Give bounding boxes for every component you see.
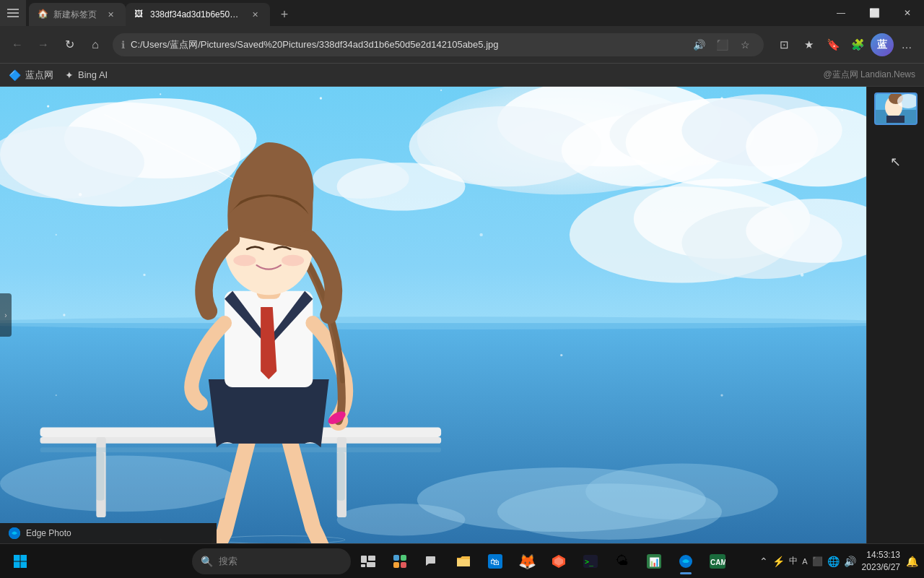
tab-new[interactable]: 🏠 新建标签页 ✕ [29, 3, 126, 26]
titlebar-left: 🏠 新建标签页 ✕ 🖼 338df34ad3d1b6e50d5e2d14210.… [0, 0, 824, 26]
svg-point-60 [63, 314, 65, 316]
taskbar-firefox[interactable]: 🦊 [513, 547, 541, 576]
search-text: 搜索 [219, 555, 237, 568]
immersive-reader-icon[interactable]: ⬛ [712, 35, 732, 55]
split-screen-icon[interactable]: ⊡ [772, 33, 796, 56]
fav-icon-bingai: ✦ [65, 69, 74, 81]
tray-lang-icon[interactable]: 中 [789, 555, 798, 567]
svg-text:>_: >_ [585, 558, 594, 566]
tabs-container: 🏠 新建标签页 ✕ 🖼 338df34ad3d1b6e50d5e2d14210.… [29, 0, 824, 26]
address-info-icon: ℹ [121, 39, 125, 51]
taskbar-terminal[interactable]: >_ [576, 547, 605, 576]
read-aloud-icon[interactable]: 🔊 [689, 35, 709, 55]
toolbar-icons: ⊡ ★ 🔖 🧩 蓝 … [772, 33, 918, 56]
tray-volume-icon[interactable]: 🔊 [844, 556, 856, 567]
tray-edge-icon[interactable]: ⚡ [772, 556, 785, 567]
taskbar-widgets[interactable] [385, 547, 414, 576]
search-icon: 🔍 [201, 556, 213, 567]
tray-arrow-icon[interactable]: ⌃ [759, 556, 768, 567]
tab-close-image[interactable]: ✕ [248, 8, 261, 21]
taskbar-center: 🔍 搜索 [192, 547, 732, 576]
image-viewer [0, 87, 866, 543]
address-bar: ← → ↻ ⌂ ℹ C:/Users/蓝点网/Pictures/Saved%20… [0, 26, 924, 64]
svg-point-62 [560, 354, 562, 356]
address-input-wrapper[interactable]: ℹ C:/Users/蓝点网/Pictures/Saved%20Pictures… [113, 33, 764, 56]
svg-point-38 [0, 455, 240, 512]
svg-point-33 [56, 394, 57, 396]
svg-rect-2 [7, 16, 19, 17]
taskbar: 🔍 搜索 [0, 543, 924, 578]
home-button[interactable]: ⌂ [84, 33, 107, 56]
taskbar-task-view[interactable] [354, 547, 383, 576]
anime-illustration [0, 87, 866, 543]
search-bar[interactable]: 🔍 搜索 [192, 548, 351, 574]
svg-rect-77 [368, 556, 375, 561]
taskbar-explorer[interactable] [449, 547, 478, 576]
svg-rect-46 [337, 452, 345, 501]
tray-network-icon[interactable]: 🌐 [827, 556, 840, 567]
svg-point-58 [282, 255, 304, 267]
close-button[interactable]: ✕ [891, 0, 924, 26]
cursor-icon: ↖ [890, 154, 901, 170]
svg-point-57 [233, 255, 256, 267]
svg-point-26 [160, 93, 161, 95]
fav-label-landian: 蓝点网 [25, 69, 53, 82]
new-tab-button[interactable]: + [273, 3, 296, 26]
notification-icon[interactable]: 🔔 [906, 556, 918, 567]
address-text: C:/Users/蓝点网/Pictures/Saved%20Pictures/3… [131, 38, 683, 51]
taskbar-right: ⌃ ⚡ 中 A ⬛ 🌐 🔊 14:53:13 2023/6/27 🔔 [759, 549, 918, 574]
edge-photo-icon [9, 527, 20, 539]
address-right-icons: 🔊 ⬛ ☆ [689, 35, 755, 55]
clock-date: 2023/6/27 [862, 561, 900, 574]
main-area: › [0, 87, 924, 543]
refresh-button[interactable]: ↻ [58, 33, 81, 56]
collections-icon[interactable]: 🔖 [821, 33, 845, 56]
taskbar-app9[interactable]: 📊 [640, 547, 668, 576]
svg-point-5 [0, 316, 866, 329]
tab-image[interactable]: 🖼 338df34ad3d1b6e50d5e2d14210... ✕ [126, 3, 270, 26]
taskbar-weather[interactable]: 🌤 [608, 547, 637, 576]
svg-rect-76 [361, 556, 367, 563]
taskbar-edge[interactable] [671, 547, 700, 576]
time-display[interactable]: 14:53:13 2023/6/27 [862, 549, 900, 574]
svg-point-61 [479, 233, 482, 236]
svg-rect-0 [7, 9, 19, 10]
image-thumbnail[interactable] [874, 92, 918, 125]
forward-button[interactable]: → [32, 33, 55, 56]
fav-icon-landian: 🔷 [9, 69, 21, 81]
favorites-icon[interactable]: ★ [797, 33, 820, 56]
maximize-button[interactable]: ⬜ [858, 0, 891, 26]
fav-label-bingai: Bing AI [78, 69, 108, 80]
svg-point-25 [47, 105, 49, 107]
tab-close-new[interactable]: ✕ [104, 8, 117, 21]
svg-point-31 [56, 234, 57, 236]
tray-ime-icon[interactable]: A [802, 557, 807, 566]
svg-point-30 [842, 110, 843, 111]
svg-rect-75 [21, 561, 27, 568]
extensions-icon[interactable]: 🧩 [846, 33, 869, 56]
add-favorite-icon[interactable]: ☆ [735, 35, 755, 55]
taskbar-store[interactable]: 🛍 [481, 547, 510, 576]
tray-screen-icon[interactable]: ⬛ [812, 556, 823, 566]
svg-rect-78 [361, 564, 365, 567]
minimize-button[interactable]: — [824, 0, 858, 26]
profile-button[interactable]: 蓝 [871, 33, 894, 56]
svg-point-32 [143, 274, 145, 276]
back-button[interactable]: ← [6, 33, 29, 56]
tab-favicon-new: 🏠 [38, 9, 49, 20]
sidebar-toggle-icon[interactable] [0, 0, 26, 26]
svg-rect-83 [401, 562, 406, 568]
taskbar-chat[interactable] [417, 547, 446, 576]
start-button[interactable] [6, 547, 35, 576]
svg-rect-68 [886, 116, 905, 123]
sidebar-toggle[interactable]: › [0, 293, 12, 337]
svg-text:📊: 📊 [649, 556, 660, 567]
fav-item-bingai[interactable]: ✦ Bing AI [65, 69, 108, 81]
taskbar-brave[interactable] [544, 547, 573, 576]
taskbar-cam[interactable]: CAM [703, 547, 732, 576]
svg-point-63 [801, 273, 803, 276]
svg-rect-73 [21, 555, 27, 561]
fav-item-landian[interactable]: 🔷 蓝点网 [9, 69, 53, 82]
more-menu-icon[interactable]: … [895, 33, 918, 56]
clock-time: 14:53:13 [866, 549, 900, 561]
